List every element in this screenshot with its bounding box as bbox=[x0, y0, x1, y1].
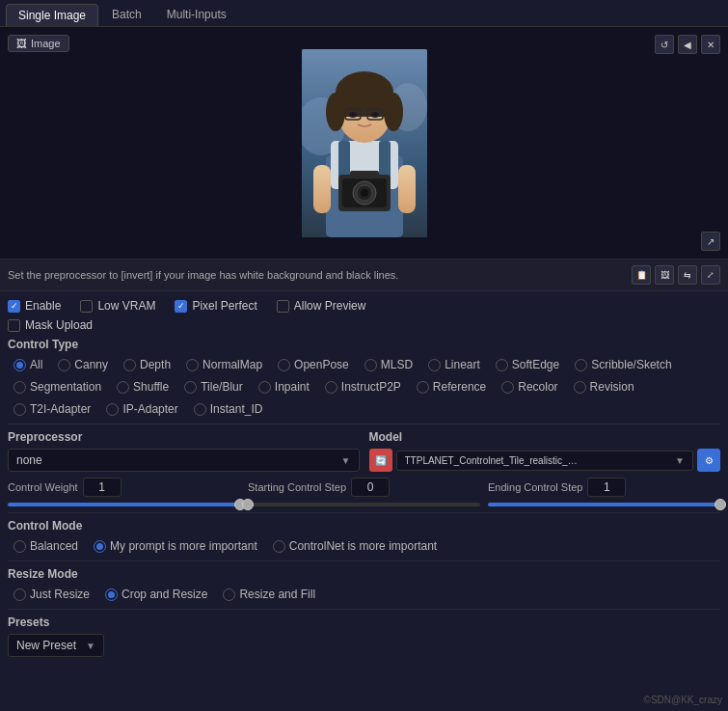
low-vram-checkbox[interactable]: Low VRAM bbox=[80, 299, 155, 313]
tab-multi-inputs[interactable]: Multi-Inputs bbox=[155, 4, 238, 26]
ctrl-type-recolor-radio bbox=[501, 381, 514, 394]
resize-just[interactable]: Just Resize bbox=[8, 586, 95, 603]
copy-icon-btn[interactable]: 📋 bbox=[632, 265, 651, 285]
ctrl-type-openpose-radio bbox=[278, 359, 290, 371]
tab-batch[interactable]: Batch bbox=[100, 4, 153, 26]
ctrl-type-normalmap[interactable]: NormalMap bbox=[180, 356, 268, 373]
starting-step-label: Starting Control Step bbox=[248, 481, 346, 493]
ctrl-type-all[interactable]: All bbox=[8, 356, 48, 373]
new-preset-dropdown[interactable]: New Preset ▼ bbox=[8, 634, 104, 657]
ctrl-type-softedge-label: SoftEdge bbox=[512, 358, 559, 371]
pixel-perfect-cb-box bbox=[175, 300, 187, 313]
ctrl-type-normalmap-label: NormalMap bbox=[202, 358, 262, 371]
starting-step-value[interactable]: 0 bbox=[351, 478, 390, 497]
ctrl-type-recolor-label: Recolor bbox=[518, 380, 557, 394]
enable-checkbox[interactable]: Enable bbox=[8, 299, 61, 313]
ctrl-type-shuffle-radio bbox=[117, 381, 129, 394]
starting-step-thumb[interactable] bbox=[242, 499, 254, 510]
preprocessor-model-row: Preprocessor none ▼ Model 🔄 TTPLANET_Con… bbox=[8, 430, 720, 472]
weight-steps-row: Control Weight 1 Starting Control Step 0… bbox=[8, 478, 720, 497]
preprocessor-label: Preprocessor bbox=[8, 430, 360, 444]
ctrl-type-scribble-radio bbox=[575, 359, 587, 371]
ctrl-mode-prompt-label: My prompt is more important bbox=[110, 539, 257, 553]
model-dropdown[interactable]: TTPLANET_Controlnet_Tile_realistic_v1_fp… bbox=[396, 451, 694, 471]
ctrl-type-lineart[interactable]: Lineart bbox=[422, 356, 486, 373]
allow-preview-checkbox[interactable]: Allow Preview bbox=[277, 299, 366, 313]
ctrl-type-instructp2p-label: InstructP2P bbox=[341, 380, 401, 394]
ctrl-mode-balanced[interactable]: Balanced bbox=[8, 537, 84, 555]
resize-just-radio bbox=[13, 588, 26, 601]
mask-upload-checkbox[interactable]: Mask Upload bbox=[8, 318, 93, 332]
mask-upload-row: Mask Upload bbox=[8, 318, 720, 332]
divider-4 bbox=[8, 609, 720, 610]
ctrl-type-t2i[interactable]: T2I-Adapter bbox=[8, 400, 96, 418]
svg-rect-22 bbox=[350, 171, 379, 178]
ending-step-value[interactable]: 1 bbox=[587, 478, 626, 497]
ctrl-type-depth[interactable]: Depth bbox=[118, 356, 176, 373]
image-icon-btn[interactable]: 🖼 bbox=[655, 265, 674, 285]
ctrl-type-tileblur[interactable]: Tile/Blur bbox=[178, 378, 249, 396]
pixel-perfect-checkbox[interactable]: Pixel Perfect bbox=[175, 299, 256, 313]
ctrl-type-softedge[interactable]: SoftEdge bbox=[490, 356, 565, 373]
resize-crop[interactable]: Crop and Resize bbox=[99, 586, 213, 603]
resize-just-label: Just Resize bbox=[30, 588, 90, 601]
ctrl-type-shuffle[interactable]: Shuffle bbox=[111, 378, 175, 396]
ctrl-type-tileblur-radio bbox=[184, 381, 197, 394]
ending-step-thumb[interactable] bbox=[715, 499, 726, 510]
ctrl-type-revision[interactable]: Revision bbox=[568, 378, 640, 396]
tab-single-image[interactable]: Single Image bbox=[6, 4, 98, 26]
fullscreen-icon-btn[interactable]: ⤢ bbox=[701, 265, 720, 285]
expand-button[interactable]: ↗ bbox=[701, 232, 720, 251]
ctrl-type-reference[interactable]: Reference bbox=[411, 378, 492, 396]
control-weight-slider[interactable] bbox=[8, 503, 240, 506]
uploaded-image[interactable] bbox=[302, 49, 427, 237]
model-refresh-icon[interactable]: 🔄 bbox=[369, 449, 392, 472]
divider-2 bbox=[8, 512, 720, 513]
controls-area: Enable Low VRAM Pixel Perfect Allow Prev… bbox=[0, 291, 728, 665]
allow-preview-label: Allow Preview bbox=[294, 299, 366, 313]
back-button[interactable]: ◀ bbox=[678, 35, 697, 54]
ctrl-type-mlsd[interactable]: MLSD bbox=[359, 356, 418, 373]
control-weight-value[interactable]: 1 bbox=[83, 478, 121, 497]
svg-point-16 bbox=[371, 112, 379, 118]
svg-rect-24 bbox=[398, 165, 416, 213]
resize-fill[interactable]: Resize and Fill bbox=[217, 586, 321, 603]
image-controls: ↺ ◀ ✕ bbox=[655, 35, 720, 54]
ctrl-type-tileblur-label: Tile/Blur bbox=[201, 380, 243, 394]
ending-step-item: Ending Control Step 1 bbox=[488, 478, 720, 497]
ctrl-type-all-radio bbox=[13, 359, 26, 371]
model-settings-icon[interactable]: ⚙ bbox=[697, 449, 720, 472]
ctrl-type-mlsd-radio bbox=[364, 359, 377, 371]
ctrl-type-openpose[interactable]: OpenPose bbox=[272, 356, 355, 373]
model-value: TTPLANET_Controlnet_Tile_realistic_v1_fp… bbox=[405, 455, 579, 466]
ctrl-type-instructp2p[interactable]: InstructP2P bbox=[319, 378, 407, 396]
rotate-button[interactable]: ↺ bbox=[655, 35, 674, 54]
ctrl-type-ipadapter-label: IP-Adapter bbox=[122, 402, 177, 416]
ctrl-mode-prompt[interactable]: My prompt is more important bbox=[88, 537, 263, 555]
model-arrow-icon: ▼ bbox=[675, 455, 685, 466]
ctrl-type-revision-label: Revision bbox=[590, 380, 634, 394]
ctrl-type-instantid[interactable]: Instant_ID bbox=[188, 400, 269, 418]
close-button[interactable]: ✕ bbox=[701, 35, 720, 54]
ctrl-type-canny[interactable]: Canny bbox=[52, 356, 114, 373]
ctrl-mode-balanced-label: Balanced bbox=[30, 539, 78, 553]
ctrl-type-recolor[interactable]: Recolor bbox=[496, 378, 563, 396]
enable-label: Enable bbox=[25, 299, 61, 313]
resize-crop-label: Crop and Resize bbox=[121, 588, 207, 601]
preprocessor-col: Preprocessor none ▼ bbox=[8, 430, 360, 472]
watermark: ©SDN@KK_crazy bbox=[644, 695, 722, 705]
new-preset-arrow-icon: ▼ bbox=[86, 641, 95, 651]
expand-icon-btn[interactable]: ⇆ bbox=[678, 265, 697, 285]
ctrl-type-inpaint[interactable]: Inpaint bbox=[253, 378, 315, 396]
ctrl-type-scribble[interactable]: Scribble/Sketch bbox=[569, 356, 677, 373]
ctrl-type-ipadapter[interactable]: IP-Adapter bbox=[100, 400, 183, 418]
ending-step-slider[interactable] bbox=[488, 503, 720, 506]
resize-crop-radio bbox=[105, 588, 118, 601]
starting-step-track bbox=[248, 503, 480, 506]
low-vram-label: Low VRAM bbox=[97, 299, 155, 313]
ctrl-type-segmentation[interactable]: Segmentation bbox=[8, 378, 107, 396]
preprocessor-dropdown[interactable]: none ▼ bbox=[8, 449, 360, 472]
starting-step-slider[interactable] bbox=[248, 503, 480, 506]
ending-step-fill bbox=[488, 503, 720, 506]
ctrl-mode-controlnet[interactable]: ControlNet is more important bbox=[267, 537, 443, 555]
